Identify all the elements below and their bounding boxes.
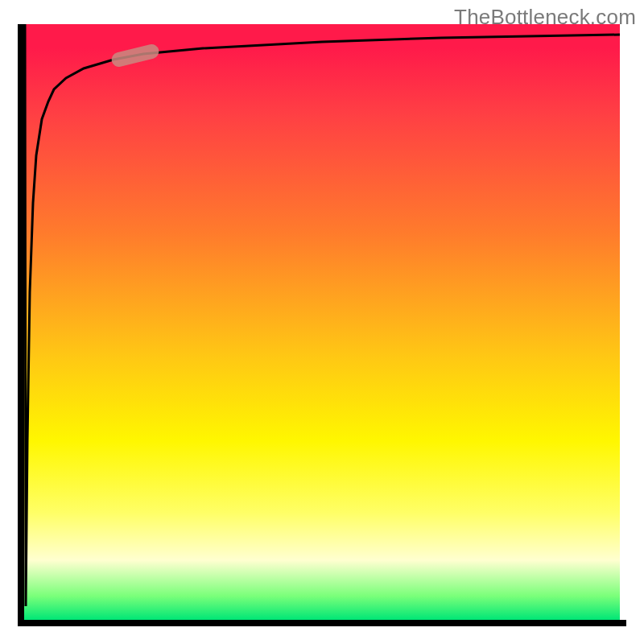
curve-marker — [110, 43, 161, 68]
plot-area — [24, 24, 620, 620]
x-axis — [18, 620, 626, 626]
y-axis — [18, 24, 24, 626]
chart-stage: TheBottleneck.com — [0, 0, 644, 644]
curve-layer — [24, 24, 620, 620]
bottleneck-curve-path — [25, 24, 620, 606]
